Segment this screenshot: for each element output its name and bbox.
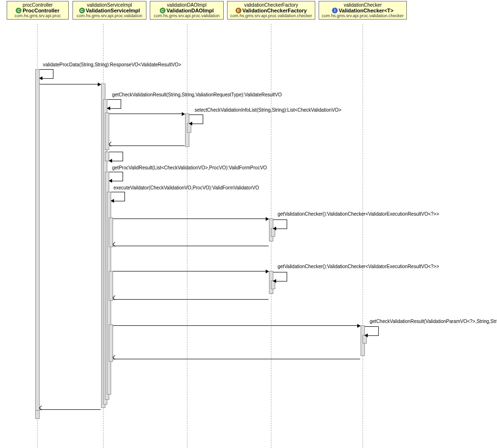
participant-instance-name: validationChecker <box>321 2 404 8</box>
participant-class-name: ValidationCheckerFactory <box>242 8 307 13</box>
participant-validation-checker: validationChecker I ValidationChecker<T>… <box>319 1 407 20</box>
participant-instance-name: procController <box>9 2 66 8</box>
activation-bar <box>35 69 40 417</box>
interface-icon: I <box>332 8 338 13</box>
activation-bar <box>109 324 113 362</box>
participant-instance-name: validationServiceImpl <box>75 2 144 8</box>
message-label: getValidationChecker():ValidationChecker… <box>278 211 439 217</box>
participant-instance-name: validationCheckerFactory <box>229 2 313 8</box>
message-label: selectCheckValidationInfoList(String,Str… <box>195 107 342 113</box>
message-label: getValidationChecker():ValidationChecker… <box>278 264 439 269</box>
activation-bar <box>35 410 40 419</box>
message-label: getProcValidResult(List<CheckValidationV… <box>112 165 267 170</box>
return-arrow <box>113 299 269 300</box>
activation-bar <box>109 218 113 247</box>
enum-icon: E <box>236 8 241 13</box>
call-arrow <box>113 219 269 219</box>
participant-package: com.hs.gms.srv.api.proc.validation.check… <box>321 13 404 18</box>
self-call <box>40 69 53 79</box>
participant-proc-controller: procController C ProcController com.hs.g… <box>7 1 69 20</box>
class-icon: C <box>160 8 166 13</box>
message-label: getCheckValidationResult(String,String,V… <box>112 92 282 97</box>
lifeline <box>362 24 363 448</box>
sequence-diagram: procController C ProcController com.hs.g… <box>0 0 497 448</box>
participant-package: com.hs.gms.srv.api.proc.validation.check… <box>229 13 313 18</box>
self-call <box>273 219 287 229</box>
call-arrow <box>109 114 185 114</box>
return-arrow <box>113 246 269 246</box>
class-icon: C <box>79 8 85 13</box>
participant-class-name: ValidationDAOImpl <box>166 8 214 13</box>
participant-validation-dao-impl: validationDAOImpl C ValidationDAOImpl co… <box>150 1 224 20</box>
return-arrow <box>109 146 185 146</box>
message-label: validateProcData(String,String):Response… <box>43 62 181 67</box>
call-arrow <box>40 84 101 84</box>
call-arrow <box>113 271 269 271</box>
self-call <box>107 99 121 109</box>
participant-validation-checker-factory: validationCheckerFactory E ValidationChe… <box>227 1 315 20</box>
self-call <box>273 272 287 281</box>
participant-class-name: ValidationServiceImpl <box>86 8 140 13</box>
self-call <box>111 192 125 201</box>
participant-validation-service-impl: validationServiceImpl C ValidationServic… <box>72 1 146 20</box>
class-icon: C <box>16 8 21 13</box>
return-arrow <box>113 359 360 359</box>
self-call <box>365 326 379 336</box>
participant-package: com.hs.gms.srv.api.proc.validation <box>75 13 144 18</box>
participant-package: com.hs.gms.srv.api.proc.validation <box>152 13 221 18</box>
participant-class-name: ValidationChecker<T> <box>339 8 393 13</box>
lifeline <box>187 24 187 448</box>
participant-package: com.hs.gms.srv.api.proc <box>9 13 66 18</box>
participant-instance-name: validationDAOImpl <box>152 2 221 8</box>
self-call <box>189 115 203 124</box>
call-arrow <box>113 325 360 326</box>
return-arrow <box>40 409 101 410</box>
self-call <box>109 172 123 181</box>
self-call <box>109 152 123 161</box>
participant-class-name: ProcController <box>22 8 59 13</box>
message-label: getCheckValidationResult(ValidationParam… <box>370 319 497 324</box>
activation-bar <box>109 271 113 301</box>
message-label: executeVaildator(CheckValidationVO,ProcV… <box>114 185 259 190</box>
